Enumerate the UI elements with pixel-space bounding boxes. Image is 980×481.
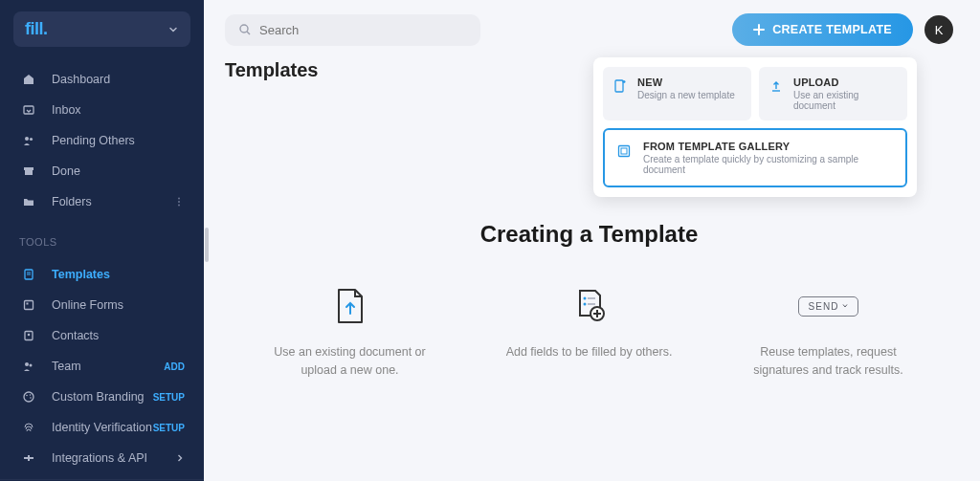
avatar-initial: K bbox=[935, 23, 944, 37]
step-text: Use an existing document or upload a new… bbox=[264, 343, 436, 380]
svg-rect-27 bbox=[615, 80, 623, 92]
sidebar-item-pending[interactable]: Pending Others bbox=[0, 125, 204, 156]
gallery-icon bbox=[616, 143, 632, 159]
svg-rect-3 bbox=[24, 167, 33, 170]
empty-state-heading: Creating a Template bbox=[480, 221, 699, 248]
sidebar-item-team[interactable]: Team ADD bbox=[0, 351, 204, 382]
sidebar-item-dashboard[interactable]: Dashboard bbox=[0, 64, 204, 95]
dropdown-option-title: UPLOAD bbox=[793, 77, 898, 88]
svg-rect-4 bbox=[25, 170, 33, 175]
sidebar-item-label: Pending Others bbox=[52, 134, 185, 147]
contact-icon bbox=[19, 329, 38, 342]
sidebar-item-templates[interactable]: Templates bbox=[0, 259, 204, 290]
sidebar-item-done[interactable]: Done bbox=[0, 156, 204, 186]
home-icon bbox=[19, 73, 38, 86]
svg-point-18 bbox=[26, 395, 28, 397]
steps-row: Use an existing document or upload a new… bbox=[264, 286, 915, 380]
dropdown-option-gallery[interactable]: FROM TEMPLATE GALLERY Create a template … bbox=[603, 128, 907, 187]
template-icon bbox=[19, 268, 38, 281]
sidebar-item-online-forms[interactable]: Online Forms bbox=[0, 290, 204, 320]
avatar[interactable]: K bbox=[924, 15, 953, 44]
svg-point-7 bbox=[178, 205, 180, 207]
dropdown-option-sub: Use an existing document bbox=[793, 90, 898, 111]
svg-point-25 bbox=[240, 25, 248, 33]
sidebar: fill. Dashboard Inbox Pending Others Don… bbox=[0, 0, 204, 481]
sidebar-item-label: Dashboard bbox=[52, 73, 185, 86]
svg-rect-11 bbox=[25, 301, 33, 310]
archive-icon bbox=[19, 164, 38, 178]
topbar: CREATE TEMPLATE K bbox=[225, 13, 953, 46]
sidebar-item-label: Custom Branding bbox=[52, 390, 153, 404]
sidebar-item-label: Inbox bbox=[52, 103, 185, 117]
palette-icon bbox=[19, 390, 38, 404]
svg-point-1 bbox=[25, 137, 29, 141]
svg-point-17 bbox=[24, 392, 33, 402]
more-vertical-icon[interactable] bbox=[173, 196, 185, 208]
sidebar-item-label: Team bbox=[52, 360, 164, 373]
svg-line-26 bbox=[247, 32, 250, 34]
step-2: Add fields to be filled by others. bbox=[503, 286, 676, 380]
setup-badge[interactable]: SETUP bbox=[153, 423, 185, 433]
svg-point-31 bbox=[583, 297, 586, 300]
people-icon bbox=[19, 134, 38, 147]
search-icon bbox=[238, 23, 252, 36]
team-icon bbox=[19, 360, 38, 373]
dropdown-option-new[interactable]: NEW Design a new template bbox=[603, 67, 751, 120]
dropdown-option-upload[interactable]: UPLOAD Use an existing document bbox=[759, 67, 907, 120]
sidebar-nav: Dashboard Inbox Pending Others Done Fold… bbox=[0, 58, 204, 223]
svg-rect-29 bbox=[619, 146, 630, 157]
send-icon: SEND bbox=[743, 286, 915, 326]
sidebar-item-branding[interactable]: Custom Branding SETUP bbox=[0, 382, 204, 412]
step-text: Reuse templates, request signatures and … bbox=[743, 343, 915, 380]
svg-point-6 bbox=[178, 201, 180, 203]
sidebar-item-label: Folders bbox=[52, 195, 173, 208]
add-badge[interactable]: ADD bbox=[164, 361, 185, 372]
sidebar-item-identity[interactable]: Identity Verification SETUP bbox=[0, 412, 204, 443]
fingerprint-icon bbox=[19, 421, 38, 434]
search-box[interactable] bbox=[225, 14, 480, 46]
inbox-icon bbox=[19, 103, 38, 117]
create-template-button[interactable]: CREATE TEMPLATE bbox=[732, 13, 913, 46]
sidebar-section-tools: TOOLS bbox=[0, 223, 204, 253]
new-template-icon bbox=[612, 78, 628, 94]
svg-rect-32 bbox=[588, 297, 595, 299]
form-icon bbox=[19, 298, 38, 312]
sidebar-item-label: Online Forms bbox=[52, 298, 185, 312]
step-3: SEND Reuse templates, request signatures… bbox=[743, 286, 915, 380]
step-text: Add fields to be filled by others. bbox=[503, 343, 676, 361]
svg-point-5 bbox=[178, 198, 180, 200]
plus-icon bbox=[753, 24, 765, 35]
sidebar-item-integrations[interactable]: Integrations & API bbox=[0, 443, 204, 473]
main-content: CREATE TEMPLATE K Templates NEW Design a… bbox=[204, 0, 980, 481]
workspace-switcher[interactable]: fill. bbox=[13, 11, 190, 47]
add-fields-icon bbox=[503, 286, 676, 326]
brand-logo: fill. bbox=[25, 19, 48, 39]
svg-point-20 bbox=[30, 397, 32, 399]
send-pill-label: SEND bbox=[809, 301, 839, 312]
search-input[interactable] bbox=[259, 23, 467, 37]
sidebar-item-label: Contacts bbox=[52, 329, 185, 342]
svg-point-2 bbox=[30, 138, 33, 141]
svg-rect-34 bbox=[588, 303, 595, 305]
sidebar-item-label: Integrations & API bbox=[52, 451, 175, 465]
sidebar-item-inbox[interactable]: Inbox bbox=[0, 95, 204, 125]
setup-badge[interactable]: SETUP bbox=[153, 392, 185, 403]
svg-point-15 bbox=[25, 362, 29, 366]
svg-rect-22 bbox=[30, 457, 33, 459]
dropdown-option-sub: Design a new template bbox=[637, 90, 742, 100]
step-1: Use an existing document or upload a new… bbox=[264, 286, 436, 380]
dropdown-option-title: FROM TEMPLATE GALLERY bbox=[643, 141, 894, 152]
svg-rect-30 bbox=[621, 148, 627, 154]
sidebar-item-folders[interactable]: Folders bbox=[0, 186, 204, 217]
create-button-label: CREATE TEMPLATE bbox=[772, 23, 892, 36]
sidebar-item-label: Done bbox=[52, 164, 185, 178]
chevron-right-icon bbox=[175, 453, 185, 463]
sidebar-item-contacts[interactable]: Contacts bbox=[0, 320, 204, 351]
svg-rect-23 bbox=[28, 455, 30, 461]
sidebar-item-label: Identity Verification bbox=[52, 421, 153, 434]
upload-document-icon bbox=[264, 286, 436, 326]
sidebar-item-label: Templates bbox=[52, 268, 185, 281]
create-template-dropdown: NEW Design a new template UPLOAD Use an … bbox=[593, 57, 917, 197]
svg-rect-12 bbox=[27, 303, 29, 305]
workspace-switcher-wrap: fill. bbox=[0, 0, 204, 58]
